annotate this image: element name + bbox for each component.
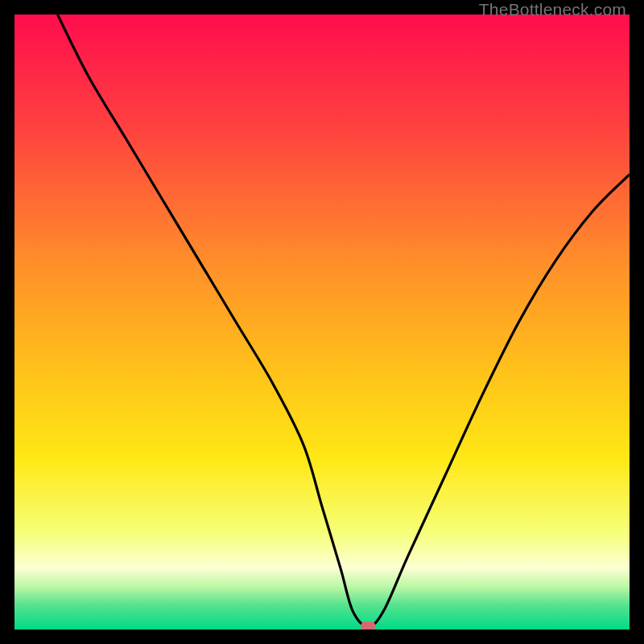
optimal-point-marker xyxy=(361,621,375,630)
watermark-text: TheBottleneck.com xyxy=(479,0,626,19)
bottleneck-chart xyxy=(14,14,630,630)
chart-frame xyxy=(14,14,630,630)
